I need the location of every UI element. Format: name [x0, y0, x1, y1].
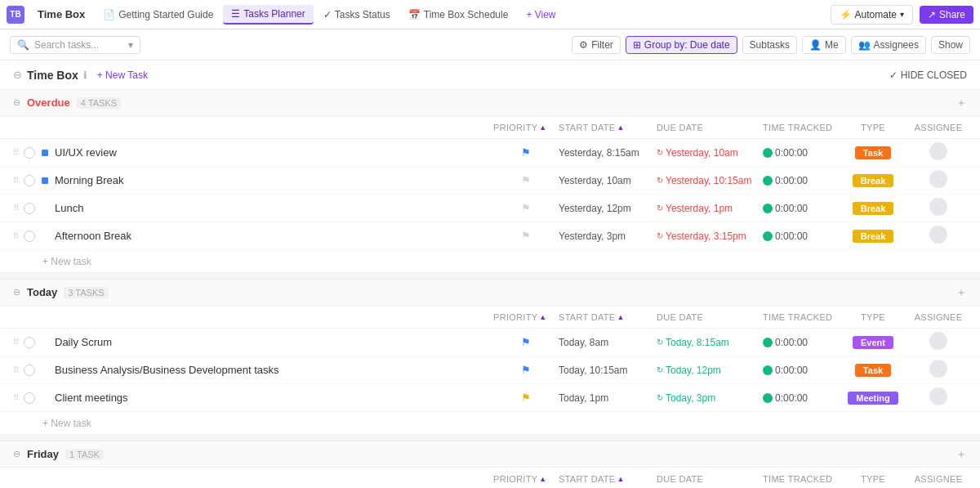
- priority-flag[interactable]: ⚑: [493, 202, 559, 214]
- tracked-status-icon: [763, 231, 773, 241]
- col-assignee-header: ASSIGNEE: [910, 312, 967, 322]
- type-badge[interactable]: Meeting: [848, 392, 898, 405]
- type-badge[interactable]: Break: [853, 202, 894, 215]
- show-button[interactable]: Show: [931, 36, 970, 54]
- toolbar-right: ⚙ Filter ⊞ Group by: Due date Subtasks 👤…: [572, 36, 970, 54]
- task-checkbox[interactable]: [24, 337, 35, 348]
- table-row[interactable]: ⠿ Lunch ⚑ Yesterday, 12pm ↻ Yesterday, 1…: [0, 195, 980, 222]
- hide-closed-toggle[interactable]: ✓ HIDE CLOSED: [889, 69, 967, 81]
- section-header-today: ⊖ Today 3 TASKS ＋: [0, 280, 980, 306]
- priority-flag[interactable]: ⚑: [493, 146, 559, 159]
- new-task-row-overdue[interactable]: + New task: [0, 250, 980, 273]
- col-start-header[interactable]: START DATE ▲: [559, 474, 657, 484]
- top-bar: TB Time Box 📄 Getting Started Guide ☰ Ta…: [0, 0, 980, 29]
- subtasks-button[interactable]: Subtasks: [742, 36, 797, 54]
- tab-getting-started[interactable]: 📄 Getting Started Guide: [95, 6, 221, 24]
- time-tracked: 0:00:00: [763, 203, 836, 214]
- drag-handle[interactable]: ⠿: [13, 338, 19, 347]
- page-header: ⊖ Time Box ℹ + New Task ✓ HIDE CLOSED: [0, 60, 980, 90]
- table-row[interactable]: ⠿ Client meetings ⚑ Today, 1pm ↻ Today, …: [0, 384, 980, 412]
- priority-flag[interactable]: ⚑: [493, 230, 559, 242]
- type-badge[interactable]: Task: [855, 364, 891, 377]
- add-task-section-overdue[interactable]: ＋: [956, 96, 967, 110]
- col-tracked-header: TIME TRACKED: [763, 312, 836, 322]
- share-button[interactable]: ↗ Share: [920, 6, 973, 24]
- type-badge[interactable]: Break: [853, 230, 894, 243]
- col-start-header[interactable]: START DATE ▲: [559, 123, 657, 132]
- task-name: Lunch: [55, 202, 493, 214]
- task-checkbox[interactable]: [24, 392, 35, 404]
- search-icon: 🔍: [17, 39, 29, 51]
- recur-icon: ↻: [657, 148, 663, 157]
- drag-handle[interactable]: ⠿: [13, 231, 19, 240]
- drag-handle[interactable]: ⠿: [13, 393, 19, 402]
- me-button[interactable]: 👤 Me: [802, 36, 846, 54]
- add-task-section-friday[interactable]: ＋: [956, 447, 967, 462]
- document-icon: 📄: [103, 9, 115, 20]
- task-dot: [42, 177, 48, 184]
- task-checkbox[interactable]: [24, 231, 35, 242]
- priority-flag[interactable]: ⚑: [493, 174, 559, 186]
- drag-handle[interactable]: ⠿: [13, 148, 19, 157]
- time-tracked: 0:00:00: [763, 365, 836, 376]
- col-tracked-header: TIME TRACKED: [763, 123, 836, 132]
- type-badge[interactable]: Break: [853, 174, 894, 187]
- avatar: [929, 142, 947, 160]
- tracked-status-icon: [763, 176, 773, 186]
- priority-flag[interactable]: ⚑: [493, 336, 559, 348]
- add-task-section-today[interactable]: ＋: [956, 285, 967, 300]
- table-row[interactable]: ⠿ Afternoon Break ⚑ Yesterday, 3pm ↻ Yes…: [0, 222, 980, 250]
- automate-button[interactable]: ⚡ Automate ▾: [831, 5, 913, 25]
- table-row[interactable]: ⠿ Daily Scrum ⚑ Today, 8am ↻ Today, 8:15…: [0, 329, 980, 356]
- task-checkbox[interactable]: [24, 147, 35, 159]
- tab-timebox-schedule[interactable]: 📅 Time Box Schedule: [400, 6, 517, 24]
- collapse-section-friday[interactable]: ⊖: [13, 449, 20, 459]
- col-priority-header[interactable]: PRIORITY ▲: [493, 312, 559, 322]
- time-tracked: 0:00:00: [763, 231, 836, 242]
- type-cell: Break: [836, 174, 910, 187]
- collapse-icon[interactable]: ⊖: [13, 69, 22, 81]
- col-headers-friday: PRIORITY ▲ START DATE ▲ DUE DATE TIME TR…: [0, 468, 980, 488]
- col-priority-header[interactable]: PRIORITY ▲: [493, 123, 559, 132]
- drag-handle[interactable]: ⠿: [13, 365, 19, 374]
- assignee-cell: [910, 170, 967, 190]
- table-row[interactable]: ⠿ Morning Break ⚑ Yesterday, 10am ↻ Yest…: [0, 167, 980, 195]
- avatar: [929, 170, 947, 188]
- new-task-button[interactable]: + New Task: [92, 68, 153, 83]
- collapse-section-today[interactable]: ⊖: [13, 287, 20, 298]
- type-badge[interactable]: Task: [855, 146, 891, 159]
- tracked-status-icon: [763, 393, 773, 403]
- app-icon: TB: [7, 6, 24, 24]
- task-dot: [42, 150, 48, 156]
- add-view-btn[interactable]: + View: [518, 6, 564, 24]
- col-headers-overdue: PRIORITY ▲ START DATE ▲ DUE DATE TIME TR…: [0, 116, 980, 139]
- col-type-header: TYPE: [836, 474, 910, 484]
- tab-tasks-planner[interactable]: ☰ Tasks Planner: [223, 5, 313, 25]
- tab-tasks-status[interactable]: ✓ Tasks Status: [315, 6, 399, 24]
- table-row[interactable]: ⠿ Business Analysis/Business Development…: [0, 356, 980, 384]
- section-name-overdue: Overdue: [27, 96, 70, 109]
- table-row[interactable]: ⠿ UI/UX review ⚑ Yesterday, 8:15am ↻ Yes…: [0, 139, 980, 167]
- start-date: Today, 10:15am: [559, 365, 657, 376]
- search-input[interactable]: 🔍 Search tasks... ▾: [10, 36, 140, 54]
- collapse-section-overdue[interactable]: ⊖: [13, 97, 20, 108]
- task-checkbox[interactable]: [24, 365, 35, 376]
- task-checkbox[interactable]: [24, 203, 35, 214]
- assignees-button[interactable]: 👥 Assignees: [851, 36, 926, 54]
- drag-handle[interactable]: ⠿: [13, 176, 19, 185]
- type-badge[interactable]: Event: [853, 336, 893, 349]
- filter-button[interactable]: ⚙ Filter: [572, 36, 621, 54]
- list-icon: ☰: [231, 8, 240, 20]
- col-start-header[interactable]: START DATE ▲: [559, 312, 657, 322]
- group-by-button[interactable]: ⊞ Group by: Due date: [626, 36, 737, 54]
- sort-icon: ▲: [539, 313, 546, 321]
- section-divider: [0, 273, 980, 280]
- priority-flag[interactable]: ⚑: [493, 364, 559, 376]
- section-divider: [0, 435, 980, 441]
- new-task-row-today[interactable]: + New task: [0, 412, 980, 435]
- task-checkbox[interactable]: [24, 175, 35, 186]
- drag-handle[interactable]: ⠿: [13, 204, 19, 213]
- priority-flag[interactable]: ⚑: [493, 392, 559, 404]
- col-priority-header[interactable]: PRIORITY ▲: [493, 474, 559, 484]
- task-count-friday: 1 TASK: [65, 449, 104, 460]
